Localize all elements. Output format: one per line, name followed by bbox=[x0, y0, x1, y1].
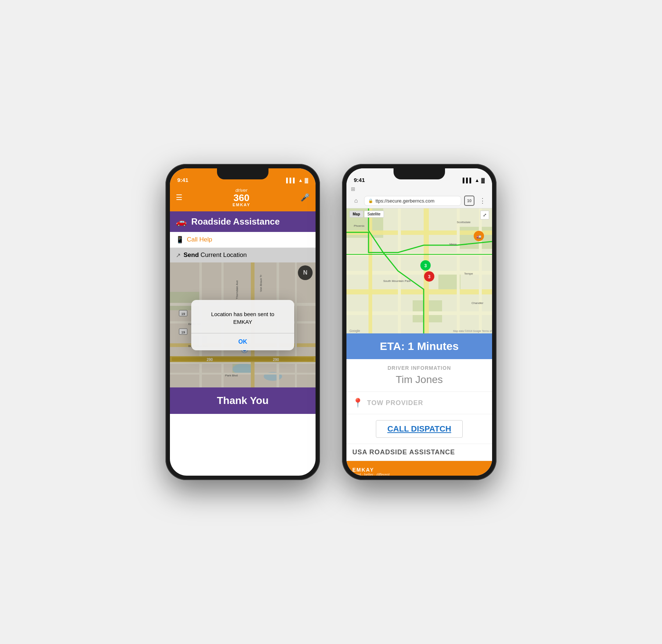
svg-text:Map data ©2018 Google  Terms o: Map data ©2018 Google Terms of Use bbox=[453, 330, 492, 333]
usa-roadside-text: USA ROADSIDE ASSISTANCE bbox=[352, 448, 455, 456]
eta-text: ETA: 1 Minutes bbox=[380, 340, 459, 352]
right-signal-icon: ▌▌▌ bbox=[463, 178, 473, 183]
url-text: ttps://secure.gerberncs.com bbox=[376, 198, 434, 204]
home-button[interactable]: ⌂ bbox=[351, 196, 361, 206]
emkay-logo-text: EMKAY bbox=[352, 467, 390, 473]
expand-map-button[interactable]: ⤢ bbox=[480, 211, 489, 219]
url-bar[interactable]: 🔒 ttps://secure.gerberncs.com bbox=[364, 196, 461, 206]
send-location-text: Send Current Location bbox=[184, 251, 247, 259]
top-image-strip: ⊞ bbox=[346, 185, 492, 193]
svg-rect-38 bbox=[346, 311, 492, 315]
svg-text:🚛: 🚛 bbox=[476, 234, 481, 239]
thank-you-footer: Thank You bbox=[170, 387, 316, 414]
svg-text:3: 3 bbox=[428, 274, 431, 279]
emkay-tagline: simpl · better · different bbox=[352, 473, 390, 476]
svg-rect-42 bbox=[457, 208, 460, 333]
thank-you-text: Thank You bbox=[217, 395, 269, 406]
browser-bar: ⌂ 🔒 ttps://secure.gerberncs.com 10 ⋮ bbox=[346, 193, 492, 208]
call-help-bar[interactable]: 📱 Call Help bbox=[170, 232, 316, 248]
svg-text:3: 3 bbox=[424, 263, 427, 268]
svg-rect-43 bbox=[479, 208, 482, 333]
mic-icon[interactable]: 🎤 bbox=[300, 193, 310, 202]
right-status-time: 9:41 bbox=[354, 177, 365, 183]
send-location-bar[interactable]: ↗ Send Current Location bbox=[170, 248, 316, 262]
wifi-icon: ▲ bbox=[298, 178, 303, 183]
app-logo: driver 360 EMKAY bbox=[232, 187, 250, 207]
tow-provider-label: TOW PROVIDER bbox=[367, 399, 423, 407]
right-notch bbox=[394, 168, 445, 179]
dialog-overlay: Location has been sent to EMKAY OK bbox=[170, 262, 316, 387]
svg-text:Google: Google bbox=[349, 329, 360, 333]
usa-roadside-section: USA ROADSIDE ASSISTANCE bbox=[346, 444, 492, 461]
emkay-footer-logo: EMKAY simpl · better · different bbox=[352, 467, 390, 476]
svg-rect-41 bbox=[424, 208, 429, 333]
map-toggle: Map Satellite bbox=[349, 211, 384, 218]
car-icon: 🚗 bbox=[176, 217, 187, 227]
map-area: 290 290 19 19 Thorndale Ave Von Braun Tr… bbox=[170, 262, 316, 387]
notch bbox=[217, 168, 268, 179]
send-bold: Send bbox=[184, 251, 199, 258]
driver-info-section: DRIVER INFORMATION Tim Jones bbox=[346, 359, 492, 392]
svg-text:Phoenix: Phoenix bbox=[354, 224, 364, 228]
signal-icon: ▌▌▌ bbox=[286, 178, 296, 183]
logo-360-text: 360 bbox=[234, 193, 249, 203]
right-battery-icon: ▓ bbox=[481, 178, 485, 183]
left-status-icons: ▌▌▌ ▲ ▓ bbox=[286, 178, 308, 183]
right-map-area: Phoenix Scottsdale Tempe Chandler Mesa S… bbox=[346, 208, 492, 333]
tabs-button[interactable]: 10 bbox=[464, 196, 474, 206]
image-icon: ⊞ bbox=[351, 186, 355, 192]
battery-icon: ▓ bbox=[305, 178, 308, 183]
driver-name: Tim Jones bbox=[352, 374, 486, 386]
map-button[interactable]: Map bbox=[349, 211, 363, 218]
right-map-svg: Phoenix Scottsdale Tempe Chandler Mesa S… bbox=[346, 208, 492, 333]
svg-text:Tempe: Tempe bbox=[464, 272, 473, 275]
dialog-box: Location has been sent to EMKAY OK bbox=[191, 300, 294, 350]
tow-section: 📍 TOW PROVIDER bbox=[346, 392, 492, 414]
right-wifi-icon: ▲ bbox=[475, 178, 480, 183]
right-status-icons: ▌▌▌ ▲ ▓ bbox=[463, 178, 485, 183]
svg-rect-37 bbox=[346, 289, 492, 294]
more-button[interactable]: ⋮ bbox=[477, 196, 488, 206]
svg-text:South Mountain Park: South Mountain Park bbox=[383, 279, 411, 283]
call-dispatch-button[interactable]: CALL DISPATCH bbox=[376, 420, 463, 438]
svg-text:Mesa: Mesa bbox=[449, 243, 457, 246]
satellite-button[interactable]: Satellite bbox=[364, 211, 384, 218]
phone-icon: 📱 bbox=[176, 236, 184, 244]
logo-emkay-text: EMKAY bbox=[232, 203, 250, 207]
svg-text:Scottsdale: Scottsdale bbox=[457, 221, 471, 224]
send-rest: Current Location bbox=[199, 251, 247, 258]
left-status-time: 9:41 bbox=[177, 177, 188, 183]
right-phone: 9:41 ▌▌▌ ▲ ▓ ⊞ ⌂ 🔒 ttps://secure.gerbern… bbox=[342, 164, 496, 480]
roadside-header: 🚗 Roadside Assistance bbox=[170, 211, 316, 232]
tow-pin-icon: 📍 bbox=[352, 398, 363, 408]
left-phone: 9:41 ▌▌▌ ▲ ▓ ☰ driver 360 EMKAY 🎤 🚗 Road… bbox=[166, 164, 320, 480]
hamburger-icon[interactable]: ☰ bbox=[176, 193, 182, 202]
svg-text:Chandler: Chandler bbox=[471, 301, 484, 305]
roadside-title: Roadside Assistance bbox=[191, 217, 280, 227]
call-dispatch-section: CALL DISPATCH bbox=[346, 414, 492, 444]
dialog-ok-button[interactable]: OK bbox=[202, 333, 283, 350]
eta-bar: ETA: 1 Minutes bbox=[346, 333, 492, 359]
lock-icon: 🔒 bbox=[368, 198, 373, 203]
app-header: ☰ driver 360 EMKAY 🎤 bbox=[170, 185, 316, 211]
driver-info-label: DRIVER INFORMATION bbox=[352, 365, 486, 371]
call-help-text: Call Help bbox=[187, 236, 212, 243]
dialog-message: Location has been sent to EMKAY bbox=[202, 310, 283, 326]
emkay-footer: EMKAY simpl · better · different bbox=[346, 461, 492, 476]
send-icon: ↗ bbox=[176, 252, 181, 259]
